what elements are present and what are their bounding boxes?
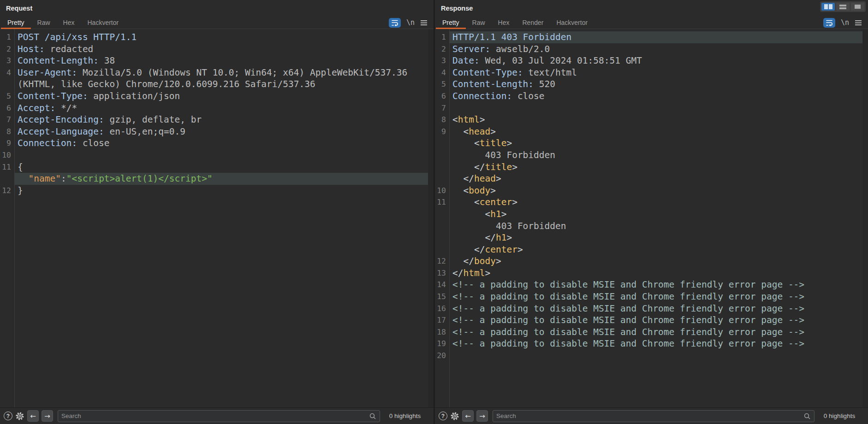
- code-line[interactable]: 1HTTP/1.1 403 Forbidden: [435, 31, 868, 43]
- code-line[interactable]: </center>: [435, 244, 868, 256]
- search-previous-button[interactable]: ←: [462, 410, 474, 422]
- code-line[interactable]: 10 <body>: [435, 185, 868, 197]
- code-line[interactable]: 9Connection: close: [0, 137, 434, 149]
- response-search-input[interactable]: [496, 412, 803, 419]
- search-settings-button[interactable]: [15, 412, 24, 421]
- layout-rows-button[interactable]: [836, 3, 850, 11]
- line-number: 5: [435, 78, 449, 90]
- code-line[interactable]: 10: [0, 149, 434, 161]
- line-number: 19: [435, 338, 449, 350]
- code-line[interactable]: 5Content-Length: 520: [435, 78, 868, 90]
- request-scrollbar[interactable]: [428, 29, 434, 407]
- line-number: 8: [435, 114, 449, 126]
- search-settings-button[interactable]: [450, 412, 459, 421]
- code-line[interactable]: 403 Forbidden: [435, 220, 868, 232]
- code-text: <h1>: [449, 208, 862, 220]
- code-line[interactable]: 19<!-- a padding to disable MSIE and Chr…: [435, 338, 868, 350]
- show-newlines-button[interactable]: \n: [406, 18, 415, 27]
- request-tab-pretty[interactable]: Pretty: [1, 17, 31, 29]
- line-number: 11: [0, 161, 14, 173]
- code-line[interactable]: 12}: [0, 185, 434, 197]
- request-tab-hackvertor[interactable]: Hackvertor: [81, 17, 125, 29]
- code-text: <!-- a padding to disable MSIE and Chrom…: [449, 338, 862, 350]
- code-line[interactable]: 403 Forbidden: [435, 149, 868, 161]
- code-line[interactable]: 3Content-Length: 38: [0, 55, 434, 67]
- request-search-bar: ? ← → 0 highlights: [0, 407, 434, 424]
- search-next-button[interactable]: →: [42, 410, 53, 422]
- search-next-button[interactable]: →: [476, 410, 488, 422]
- code-line[interactable]: 8<html>: [435, 114, 868, 126]
- code-line[interactable]: 12 </body>: [435, 255, 868, 267]
- code-line[interactable]: 20: [435, 350, 868, 362]
- code-text: <!-- a padding to disable MSIE and Chrom…: [449, 303, 862, 315]
- search-previous-button[interactable]: ←: [27, 410, 39, 422]
- code-line[interactable]: 11{: [0, 161, 434, 173]
- response-search-box[interactable]: [493, 410, 814, 422]
- code-line[interactable]: 4User-Agent: Mozilla/5.0 (Windows NT 10.…: [0, 67, 434, 79]
- code-line[interactable]: <h1>: [435, 208, 868, 220]
- code-text: </body>: [449, 255, 862, 267]
- code-line[interactable]: 13</html>: [435, 267, 868, 279]
- request-tab-raw[interactable]: Raw: [31, 17, 57, 29]
- help-icon[interactable]: ?: [4, 412, 12, 420]
- response-tab-raw[interactable]: Raw: [466, 17, 492, 29]
- code-line[interactable]: 17<!-- a padding to disable MSIE and Chr…: [435, 314, 868, 326]
- code-line[interactable]: 15<!-- a padding to disable MSIE and Chr…: [435, 291, 868, 303]
- layout-single-button[interactable]: [851, 3, 864, 11]
- code-line[interactable]: 9 <head>: [435, 126, 868, 138]
- code-line[interactable]: "name":"<script>alert(1)</script>": [0, 173, 434, 185]
- code-text: {: [14, 161, 428, 173]
- code-line[interactable]: 6Connection: close: [435, 90, 868, 102]
- code-line[interactable]: (KHTML, like Gecko) Chrome/120.0.6099.21…: [0, 78, 434, 90]
- response-code-lines: 1HTTP/1.1 403 Forbidden2Server: awselb/2…: [435, 31, 868, 362]
- code-line[interactable]: 4Content-Type: text/html: [435, 67, 868, 79]
- code-line[interactable]: 16<!-- a padding to disable MSIE and Chr…: [435, 303, 868, 315]
- response-tab-render[interactable]: Render: [516, 17, 550, 29]
- code-line[interactable]: 3Date: Wed, 03 Jul 2024 01:58:51 GMT: [435, 55, 868, 67]
- code-line[interactable]: </head>: [435, 173, 868, 185]
- code-line[interactable]: </title>: [435, 161, 868, 173]
- request-code-lines: 1POST /api/xss HTTP/1.12Host: redacted3C…: [0, 31, 434, 196]
- code-line[interactable]: 2Host: redacted: [0, 43, 434, 55]
- code-text: <html>: [449, 114, 862, 126]
- response-scrollbar[interactable]: [863, 29, 868, 407]
- response-tab-hackvertor[interactable]: Hackvertor: [550, 17, 594, 29]
- code-line[interactable]: 8Accept-Language: en-US,en;q=0.9: [0, 126, 434, 138]
- show-newlines-button[interactable]: \n: [841, 18, 849, 27]
- code-line[interactable]: <title>: [435, 137, 868, 149]
- layout-columns-button[interactable]: [821, 3, 835, 11]
- code-line[interactable]: 1POST /api/xss HTTP/1.1: [0, 31, 434, 43]
- code-line[interactable]: 18<!-- a padding to disable MSIE and Chr…: [435, 326, 868, 338]
- request-search-input[interactable]: [61, 412, 369, 419]
- code-line[interactable]: 5Content-Type: application/json: [0, 90, 434, 102]
- code-text: 403 Forbidden: [449, 220, 862, 232]
- code-text: </html>: [449, 267, 862, 279]
- editor-menu-button[interactable]: [420, 20, 428, 26]
- code-text: Host: redacted: [14, 43, 428, 55]
- code-line[interactable]: 7: [435, 102, 868, 114]
- code-line[interactable]: 7Accept-Encoding: gzip, deflate, br: [0, 114, 434, 126]
- layout-switcher: [820, 1, 866, 12]
- line-number: 8: [0, 126, 14, 138]
- code-line[interactable]: 14<!-- a padding to disable MSIE and Chr…: [435, 279, 868, 291]
- code-line[interactable]: 6Accept: */*: [0, 102, 434, 114]
- line-number: 6: [435, 90, 449, 102]
- word-wrap-toggle-button[interactable]: [823, 18, 835, 28]
- request-search-box[interactable]: [58, 410, 380, 422]
- request-editor[interactable]: 1POST /api/xss HTTP/1.12Host: redacted3C…: [0, 29, 434, 407]
- code-line[interactable]: 11 <center>: [435, 196, 868, 208]
- request-tab-hex[interactable]: Hex: [57, 17, 81, 29]
- line-number: [435, 208, 449, 220]
- word-wrap-toggle-button[interactable]: [389, 18, 401, 28]
- response-tab-hex[interactable]: Hex: [492, 17, 516, 29]
- code-line[interactable]: 2Server: awselb/2.0: [435, 43, 868, 55]
- line-number: [435, 220, 449, 232]
- help-icon[interactable]: ?: [439, 412, 447, 420]
- line-number: 3: [435, 55, 449, 67]
- editor-menu-button[interactable]: [855, 20, 862, 26]
- response-tab-pretty[interactable]: Pretty: [436, 17, 466, 29]
- code-line[interactable]: </h1>: [435, 232, 868, 244]
- response-editor[interactable]: 1HTTP/1.1 403 Forbidden2Server: awselb/2…: [435, 29, 868, 407]
- search-icon: [803, 412, 811, 420]
- code-text: </title>: [449, 161, 862, 173]
